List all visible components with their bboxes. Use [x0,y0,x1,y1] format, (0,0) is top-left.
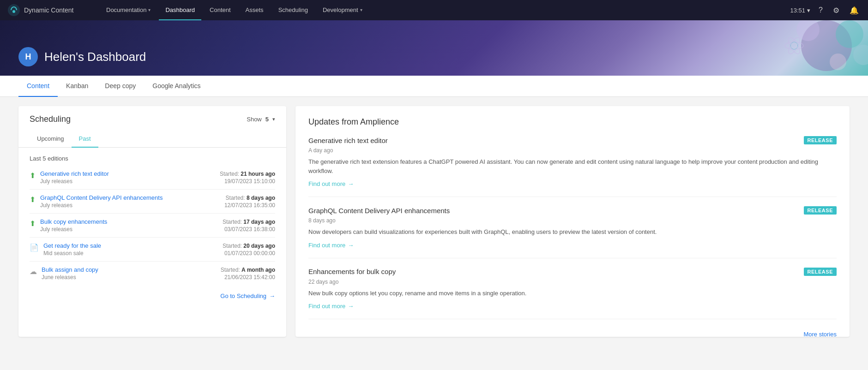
table-row: ☁ Bulk assign and copy June releases Sta… [30,262,275,285]
updates-title: Updates from Amplience [308,117,837,127]
clock-caret[interactable]: ▾ [807,7,810,14]
nav-items: Documentation ▾ Dashboard Content Assets… [100,0,790,20]
updates-card: Updates from Amplience Generative rich t… [295,106,850,337]
update-title: Enhancements for bulk copy [308,268,396,275]
settings-button[interactable]: ⚙ [831,4,841,17]
card-footer: Go to Scheduling → [18,285,286,307]
table-row: ⬆ Bulk copy enhancements July releases S… [30,214,275,238]
edition-sub: July releases [40,226,107,233]
document-icon: 📄 [30,243,39,252]
nav-scheduling[interactable]: Scheduling [272,0,314,20]
find-out-more-link[interactable]: Find out more → [308,242,354,249]
nav-right: 13:51 ▾ ? ⚙ 🔔 [790,4,861,17]
edition-name[interactable]: GraphQL Content Delivery API enhancement… [40,194,163,201]
dashboard-title-row: H Helen's Dashboard [18,47,850,66]
cloud-upload-icon: ⬆ [30,171,36,180]
nav-clock: 13:51 ▾ [790,7,811,14]
edition-name[interactable]: Get ready for the sale [43,242,101,249]
update-desc: The generative rich text extension featu… [308,157,837,175]
edition-name[interactable]: Bulk assign and copy [42,266,98,273]
update-desc: Now developers can build visualizations … [308,227,837,237]
tab-google-analytics[interactable]: Google Analytics [144,76,209,97]
subtab-upcoming[interactable]: Upcoming [30,131,72,148]
editions-header: Last 5 editions [18,148,286,166]
svg-point-3 [836,20,863,48]
go-scheduling-link[interactable]: Go to Scheduling → [220,292,275,299]
nav-development[interactable]: Development ▾ [316,0,369,20]
cloud-upload-icon: ⬆ [30,219,36,228]
main-content: Scheduling Show 5 ▾ Upcoming Past Last 5… [0,97,868,346]
notifications-button[interactable]: 🔔 [848,4,861,17]
scheduling-title: Scheduling [30,114,71,124]
tab-kanban[interactable]: Kanban [58,76,96,97]
dashboard-title: Helen's Dashboard [44,50,146,64]
nav-content[interactable]: Content [203,0,237,20]
header-banner: H Helen's Dashboard [0,20,868,76]
update-title: GraphQL Content Delivery API enhancement… [308,207,450,215]
show-control[interactable]: Show 5 ▾ [247,116,275,123]
update-desc: New bulk copy options let you copy, rena… [308,289,837,298]
svg-point-5 [853,45,868,65]
arrow-right-icon: → [348,242,354,249]
release-badge: RELEASE [804,268,837,276]
edition-sub: July releases [40,178,109,185]
edition-name[interactable]: Generative rich text editor [40,170,109,177]
more-stories-link[interactable]: More stories [803,331,837,337]
edition-name[interactable]: Bulk copy enhancements [40,218,107,225]
arrow-right-icon: → [348,303,354,310]
edition-sub: July releases [40,202,163,209]
update-time: A day ago [308,147,837,154]
more-stories: More stories [308,328,837,337]
card-header: Scheduling Show 5 ▾ [18,106,286,131]
show-caret-icon: ▾ [272,116,275,122]
sub-tabs: Upcoming Past [18,131,286,148]
release-badge: RELEASE [804,136,837,144]
tab-content[interactable]: Content [18,76,58,97]
list-item: Enhancements for bulk copy RELEASE 22 da… [308,268,837,320]
arrow-right-icon: → [269,292,275,299]
update-time: 22 days ago [308,279,837,285]
avatar: H [18,47,38,66]
table-row: ⬆ GraphQL Content Delivery API enhanceme… [30,190,275,214]
list-item: GraphQL Content Delivery API enhancement… [308,206,837,258]
find-out-more-link[interactable]: Find out more → [308,180,354,187]
subtab-past[interactable]: Past [72,131,98,148]
release-badge: RELEASE [804,206,837,215]
find-out-more-link[interactable]: Find out more → [308,303,354,310]
list-item: Generative rich text editor RELEASE A da… [308,136,837,197]
edition-list: ⬆ Generative rich text editor July relea… [18,166,286,285]
top-nav: Dynamic Content Documentation ▾ Dashboar… [0,0,868,20]
edition-sub: Mid season sale [43,250,101,257]
table-row: 📄 Get ready for the sale Mid season sale… [30,238,275,262]
documentation-caret: ▾ [148,7,151,12]
nav-documentation[interactable]: Documentation ▾ [100,0,157,20]
cloud-icon: ☁ [30,267,37,276]
page-tabs: Content Kanban Deep copy Google Analytic… [0,76,868,97]
edition-sub: June releases [42,274,98,280]
nav-dashboard[interactable]: Dashboard [159,0,201,20]
scheduling-card: Scheduling Show 5 ▾ Upcoming Past Last 5… [18,106,286,337]
nav-assets[interactable]: Assets [239,0,270,20]
update-title: Generative rich text editor [308,137,388,144]
app-logo-icon [7,4,20,17]
svg-point-1 [12,10,15,13]
update-time: 8 days ago [308,217,837,224]
table-row: ⬆ Generative rich text editor July relea… [30,166,275,190]
cloud-upload-icon: ⬆ [30,195,36,204]
app-logo[interactable]: Dynamic Content [7,4,100,17]
tab-deep-copy[interactable]: Deep copy [96,76,144,97]
development-caret: ▾ [360,7,362,12]
help-button[interactable]: ? [817,4,825,16]
app-name: Dynamic Content [24,6,73,14]
arrow-right-icon: → [348,180,354,187]
